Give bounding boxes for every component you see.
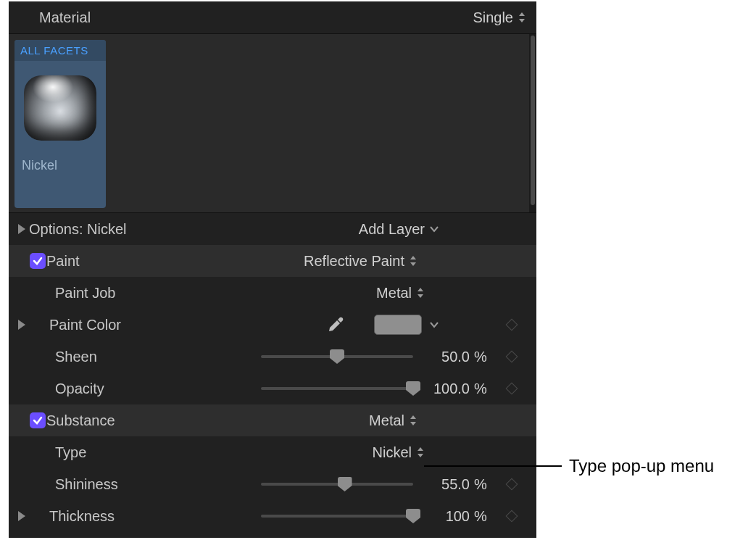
opacity-value: 100.0 (433, 381, 470, 397)
callout-text: Type pop-up menu (562, 456, 714, 476)
eyedropper-button[interactable] (326, 315, 345, 334)
updown-icon (518, 12, 526, 22)
keyframe-button[interactable] (497, 384, 526, 393)
sheen-slider[interactable] (261, 349, 413, 364)
keyframe-button[interactable] (497, 352, 526, 361)
substance-enabled-checkbox[interactable] (29, 412, 46, 428)
triangle-right-icon (18, 320, 25, 330)
thickness-row: Thickness 100 % (9, 500, 536, 532)
options-row: Options: Nickel Add Layer (9, 213, 536, 245)
updown-icon (416, 288, 425, 298)
options-disclosure[interactable] (14, 224, 29, 234)
paint-color-disclosure[interactable] (14, 320, 29, 330)
keyframe-button[interactable] (497, 320, 526, 329)
chevron-down-icon (429, 225, 439, 233)
material-label: Material (39, 9, 473, 26)
add-layer-menu[interactable]: Add Layer (359, 221, 439, 238)
material-header-row: Material Single (9, 1, 536, 33)
triangle-right-icon (18, 224, 25, 234)
material-preview-sphere (24, 75, 96, 141)
keyframe-button[interactable] (497, 480, 526, 489)
slider-track (261, 515, 413, 518)
slider-thumb[interactable] (406, 381, 420, 396)
shininess-slider[interactable] (261, 477, 413, 491)
facet-scrollbar[interactable] (529, 34, 536, 212)
type-label: Type (55, 444, 186, 461)
thickness-unit: % (474, 508, 490, 525)
paint-color-row: Paint Color (9, 309, 536, 341)
type-row: Type Nickel (9, 436, 536, 468)
add-layer-label: Add Layer (359, 221, 425, 238)
updown-icon (409, 256, 418, 266)
inspector-panel: Material Single ALL FACETS Nickel Option… (9, 1, 536, 538)
options-label: Options: Nickel (29, 221, 359, 238)
thickness-disclosure[interactable] (14, 511, 29, 521)
slider-thumb[interactable] (330, 349, 344, 364)
sheen-value: 50.0 (441, 349, 470, 365)
shininess-value-field[interactable]: 55.0 % (420, 476, 490, 493)
diamond-icon (506, 478, 518, 491)
opacity-slider[interactable] (261, 381, 413, 396)
paint-section-row: Paint Reflective Paint (9, 245, 536, 277)
paint-job-label: Paint Job (55, 285, 186, 302)
shininess-unit: % (474, 476, 490, 493)
facet-name: Nickel (14, 155, 106, 179)
scrollbar-thumb[interactable] (531, 36, 535, 205)
paint-enabled-checkbox[interactable] (29, 253, 46, 269)
paint-job-row: Paint Job Metal (9, 277, 536, 309)
sheen-row: Sheen 50.0 % (9, 341, 536, 373)
thickness-label: Thickness (49, 508, 180, 525)
substance-label: Substance (46, 412, 369, 429)
sheen-value-field[interactable]: 50.0 % (420, 349, 490, 365)
material-mode-popup[interactable]: Single (473, 9, 526, 26)
facet-card[interactable]: ALL FACETS Nickel (14, 40, 106, 208)
material-mode-value: Single (473, 9, 513, 26)
thickness-slider[interactable] (261, 509, 413, 523)
thickness-value-field[interactable]: 100 % (420, 508, 490, 525)
thickness-value: 100 (446, 508, 470, 525)
updown-icon (416, 447, 425, 457)
slider-track (261, 387, 413, 390)
shininess-row: Shininess 55.0 % (9, 468, 536, 500)
substance-value: Metal (369, 412, 404, 429)
facet-tab-label: ALL FACETS (14, 40, 106, 61)
opacity-row: Opacity 100.0 % (9, 373, 536, 404)
type-popup[interactable]: Nickel (373, 444, 425, 461)
paint-job-value: Metal (376, 285, 412, 302)
paint-color-well[interactable] (374, 315, 422, 335)
diamond-icon (506, 319, 518, 331)
paint-label: Paint (46, 253, 304, 270)
checkbox-checked-icon (30, 412, 46, 428)
opacity-label: Opacity (55, 381, 186, 397)
facet-preview (14, 61, 106, 155)
shininess-label: Shininess (55, 476, 186, 493)
triangle-right-icon (18, 511, 25, 521)
slider-track (261, 483, 413, 486)
opacity-value-field[interactable]: 100.0 % (420, 381, 490, 397)
diamond-icon (506, 351, 518, 363)
opacity-unit: % (474, 381, 490, 397)
substance-section-row: Substance Metal (9, 404, 536, 436)
slider-thumb[interactable] (338, 477, 352, 491)
slider-thumb[interactable] (406, 509, 420, 523)
checkbox-checked-icon (30, 253, 46, 269)
substance-popup[interactable]: Metal (369, 412, 418, 429)
type-value: Nickel (373, 444, 412, 461)
paint-color-label: Paint Color (49, 317, 180, 333)
paint-job-popup[interactable]: Metal (376, 285, 425, 302)
color-well-menu[interactable] (429, 321, 439, 328)
keyframe-button[interactable] (497, 512, 526, 520)
sheen-label: Sheen (55, 349, 186, 365)
sheen-unit: % (474, 349, 490, 365)
shininess-value: 55.0 (441, 476, 470, 493)
paint-type-popup[interactable]: Reflective Paint (304, 253, 418, 270)
diamond-icon (506, 510, 518, 523)
paint-type-value: Reflective Paint (304, 253, 404, 270)
updown-icon (409, 415, 418, 425)
diamond-icon (506, 383, 518, 395)
facet-strip: ALL FACETS Nickel (9, 33, 536, 213)
